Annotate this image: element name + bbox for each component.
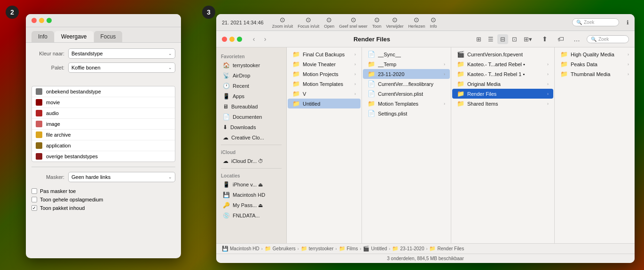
sidebar-item[interactable]: 📱Apps xyxy=(218,91,284,101)
sidebar-item[interactable]: 🕐Recent xyxy=(218,81,284,91)
list-item[interactable]: audio xyxy=(32,108,175,119)
file-item[interactable]: 📄Settings.plist xyxy=(363,108,450,118)
checkbox[interactable] xyxy=(31,197,37,202)
more-button[interactable]: … xyxy=(571,34,583,44)
file-item[interactable]: 📄CurrentVersion.plist xyxy=(363,89,450,99)
file-item[interactable]: 📁__Temp› xyxy=(363,59,450,69)
color-swatch xyxy=(36,88,42,95)
checkbox-row[interactable]: Toon gehele opslagmedium xyxy=(26,195,181,204)
list-view-button[interactable]: ☰ xyxy=(485,34,496,44)
file-item[interactable]: 📁Render Files› xyxy=(452,89,553,99)
finder-maximize-button[interactable] xyxy=(237,37,242,42)
tag-button[interactable]: 🏷 xyxy=(555,34,567,44)
finder-search-top[interactable]: 🔍 Zoek xyxy=(572,18,619,26)
palet-select[interactable]: Koffie bonen ⌄ xyxy=(68,62,175,73)
search-icon-top: 🔍 xyxy=(576,20,582,25)
toolbar-button[interactable]: ⊙Open xyxy=(324,16,334,29)
file-item[interactable]: 📁Shared Items› xyxy=(452,99,553,108)
chevron-icon: › xyxy=(547,62,549,67)
column-view-button[interactable]: ⊟ xyxy=(497,34,508,44)
kleur-row: Kleur naar: Bestandstype ⌄ xyxy=(31,48,175,59)
breadcrumb-item[interactable]: 💾Macintosh HD xyxy=(222,246,259,252)
toolbar-button[interactable]: ⊙Zoom in/uit xyxy=(272,16,293,29)
file-item[interactable]: 📁Kaoteo.- T...ted Rebel 1 •› xyxy=(452,69,553,79)
sidebar-item[interactable]: ⬇Downloads xyxy=(218,122,284,132)
breadcrumb-item[interactable]: 📁Films xyxy=(339,246,358,252)
toolbar-button[interactable]: ⊙Verwijder xyxy=(386,16,403,29)
toolbar-button[interactable]: ⊙Geef snel weer xyxy=(339,16,368,29)
tab-weergave[interactable]: Weergave xyxy=(55,31,93,42)
sidebar-item[interactable]: 💾Macintosh HD xyxy=(218,190,284,200)
forward-button[interactable]: › xyxy=(260,34,270,44)
file-item[interactable]: 📁Motion Projects› xyxy=(288,69,361,79)
finder-title: Render Files xyxy=(274,36,470,43)
breadcrumb-item[interactable]: 📁terrystooker xyxy=(301,246,334,252)
finder-sidebar: Favorieten 🏠terrystooker📡AirDrop🕐Recent📱… xyxy=(216,47,287,243)
list-item[interactable]: movie xyxy=(32,97,175,108)
file-item[interactable]: 📁High Quality Media› xyxy=(556,49,634,59)
sidebar-item[interactable]: 🔑My Pass... ⏏ xyxy=(218,200,284,210)
toolbar-button[interactable]: ⊙Toon xyxy=(372,16,382,29)
breadcrumb-item[interactable]: 📁Gebruikers xyxy=(265,246,296,252)
icon-view-button[interactable]: ⊞ xyxy=(473,34,484,44)
checkbox[interactable] xyxy=(31,188,37,194)
list-item[interactable]: file archive xyxy=(32,130,175,140)
list-item[interactable]: application xyxy=(32,140,175,151)
file-icon: 📁 xyxy=(292,90,300,97)
gallery-view-button[interactable]: ⊡ xyxy=(509,34,520,44)
breadcrumb-item[interactable]: 🎬Untitled xyxy=(363,246,387,252)
file-item[interactable]: 📁Motion Templates› xyxy=(288,79,361,89)
sidebar-item[interactable]: 📱iPhone v... ⏏ xyxy=(218,179,284,190)
group-view-button[interactable]: ⊞▾ xyxy=(521,34,535,44)
file-item[interactable]: 📄CurrentVer....flexolibrary xyxy=(363,79,450,89)
file-item[interactable]: 📁Motion Templates› xyxy=(363,99,450,108)
toolbar-button[interactable]: ⊙Focus in/uit xyxy=(298,16,319,29)
sidebar-item[interactable]: ☁Creative Clo... xyxy=(218,132,284,143)
list-item[interactable]: onbekend bestandstype xyxy=(32,86,175,97)
close-button[interactable] xyxy=(31,18,37,23)
file-item[interactable]: 📁V› xyxy=(288,89,361,99)
file-icon: 📄 xyxy=(368,110,375,117)
file-item[interactable]: 📄__Sync__ xyxy=(363,49,450,59)
info-icon-top[interactable]: ℹ xyxy=(627,19,629,26)
back-button[interactable]: ‹ xyxy=(249,34,259,44)
masker-label: Masker: xyxy=(31,174,64,180)
finder-close-button[interactable] xyxy=(222,37,227,42)
sidebar-item[interactable]: 🏠terrystooker xyxy=(218,60,284,70)
file-item[interactable]: 🎬CurrentVersion.fcpevent xyxy=(452,49,553,59)
share-button[interactable]: ⬆ xyxy=(539,34,551,44)
checkbox-row[interactable]: Pas masker toe xyxy=(26,187,181,195)
list-item-label: image xyxy=(46,121,60,127)
file-item[interactable]: 📁Kaoteo.- T...arted Rebel •› xyxy=(452,59,553,69)
toolbar-button[interactable]: ⊙Info xyxy=(430,16,437,29)
list-item[interactable]: overige bestandstypes xyxy=(32,151,175,162)
file-item[interactable]: 📁23-11-2020› xyxy=(363,69,450,79)
sidebar-item[interactable]: 🖥Bureaublad xyxy=(218,101,284,112)
tab-focus[interactable]: Focus xyxy=(94,31,123,42)
file-item[interactable]: 📁Untitled xyxy=(288,99,361,108)
file-icon: 📁 xyxy=(368,61,375,68)
breadcrumb-item[interactable]: 📁Render Files xyxy=(429,246,464,252)
file-item[interactable]: 📁Thumbnail Media› xyxy=(556,69,634,79)
finder-search[interactable]: 🔍 Zoek xyxy=(587,35,629,43)
traffic-lights xyxy=(31,18,52,23)
breadcrumb-item[interactable]: 📁23-11-2020 xyxy=(392,246,424,252)
file-item[interactable]: 📁Original Media› xyxy=(452,79,553,89)
masker-select[interactable]: Geen harde links ⌄ xyxy=(68,172,175,182)
checkbox[interactable]: ✓ xyxy=(31,205,37,211)
file-item[interactable]: 📁Final Cut Backups› xyxy=(288,49,361,59)
minimize-button[interactable] xyxy=(39,18,44,23)
toolbar-button[interactable]: ⊙Herlezen xyxy=(408,16,425,29)
sidebar-item[interactable]: ☁iCloud Dr... ⏱ xyxy=(218,156,284,166)
file-item[interactable]: 📁Peaks Data› xyxy=(556,59,634,69)
sidebar-item[interactable]: 💿FNLDATA... xyxy=(218,210,284,221)
checkbox-row[interactable]: ✓Toon pakket inhoud xyxy=(26,204,181,212)
finder-minimize-button[interactable] xyxy=(229,37,235,42)
list-item[interactable]: image xyxy=(32,119,175,130)
maximize-button[interactable] xyxy=(47,18,52,23)
file-item[interactable]: 📁Movie Theater› xyxy=(288,59,361,69)
tab-info[interactable]: Info xyxy=(31,31,54,42)
sidebar-item[interactable]: 📄Documenten xyxy=(218,112,284,122)
kleur-select[interactable]: Bestandstype ⌄ xyxy=(68,48,175,59)
sidebar-item[interactable]: 📡AirDrop xyxy=(218,70,284,81)
